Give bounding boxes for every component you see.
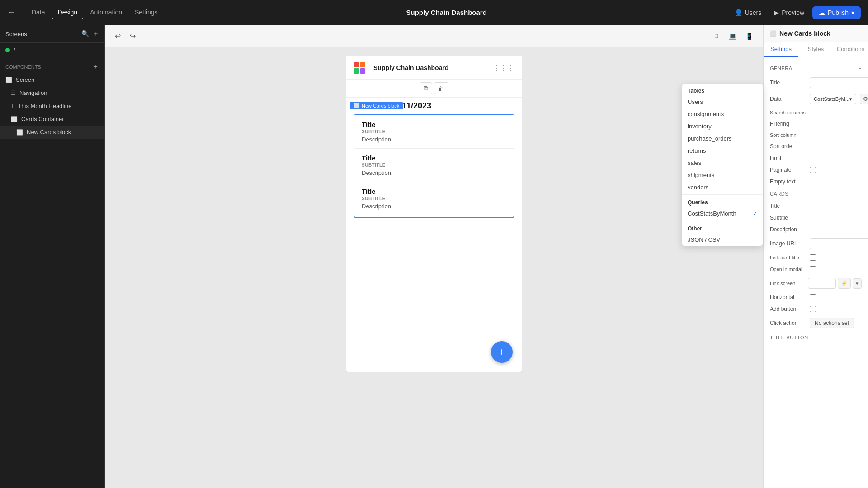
dropdown-item-users-label: Users	[688, 99, 703, 105]
users-button[interactable]: 👤 Users	[730, 6, 766, 19]
data-row: Data CostStatsByM... ▾ ⚙	[764, 91, 868, 107]
nav-tab-data[interactable]: Data	[26, 6, 51, 19]
link-card-title-checkbox[interactable]	[810, 254, 816, 261]
nav-tab-automation[interactable]: Automation	[85, 6, 127, 19]
dropdown-item-inventory[interactable]: inventory	[682, 120, 763, 132]
horizontal-checkbox[interactable]	[810, 294, 816, 300]
add-screen-icon[interactable]: ＋	[93, 30, 99, 38]
phone-header-title: Supply Chain Dashboard	[373, 64, 448, 71]
cards-description-label: Description	[770, 226, 806, 233]
preview-button[interactable]: ▶ Preview	[769, 6, 809, 19]
sidebar-root-item[interactable]: /	[0, 43, 104, 57]
paginate-checkbox[interactable]	[810, 167, 816, 173]
horizontal-label: Horizontal	[770, 294, 806, 300]
data-gear-button[interactable]: ⚙	[860, 94, 868, 104]
top-nav: ← Data Design Automation Settings Supply…	[0, 0, 868, 25]
right-panel-header: ⬜ New Cards block	[764, 25, 868, 42]
viewport-tablet-button[interactable]: 💻	[726, 31, 739, 42]
data-dropdown-menu[interactable]: Tables Users consignments inventory purc…	[682, 84, 763, 246]
users-icon: 👤	[735, 9, 742, 16]
dropdown-item-returns-label: returns	[688, 147, 706, 154]
cards-label: CARDS	[770, 191, 788, 197]
add-button-checkbox[interactable]	[810, 306, 816, 312]
data-select[interactable]: CostStatsByM... ▾	[810, 94, 856, 104]
general-collapse-icon[interactable]: −	[859, 66, 862, 71]
viewport-desktop-button[interactable]: 🖥	[711, 31, 722, 42]
tab-settings[interactable]: Settings	[764, 42, 798, 57]
component-label-text: New Cards block	[362, 103, 399, 108]
link-card-title-label: Link card title	[770, 255, 806, 260]
data-select-value: CostStatsByM...	[814, 96, 849, 102]
cards-description-row: Description	[764, 224, 868, 235]
app-title: Supply Chain Dashboard	[163, 9, 730, 16]
dropdown-item-shipments[interactable]: shipments	[682, 169, 763, 181]
title-button-collapse-icon[interactable]: −	[859, 335, 862, 340]
publish-chevron-icon: ▾	[851, 9, 854, 16]
redo-button[interactable]: ↪	[127, 30, 138, 42]
back-button[interactable]: ←	[7, 8, 15, 17]
search-icon[interactable]: 🔍	[81, 30, 89, 38]
right-panel: ⬜ New Cards block Settings Styles Condit…	[763, 25, 868, 488]
sidebar-item-new-cards-block[interactable]: ⬜ New Cards block	[0, 126, 104, 139]
dropdown-item-cost-stats[interactable]: CostStatsByMonth ✓	[682, 207, 763, 220]
image-url-input[interactable]	[810, 238, 868, 249]
dropdown-item-returns[interactable]: returns	[682, 145, 763, 157]
add-component-icon[interactable]: ＋	[92, 62, 99, 71]
cards-block-wrapper: ⬜ New Cards block Title SUBTITLE Descrip…	[350, 114, 518, 218]
copy-button[interactable]: ⧉	[420, 82, 432, 94]
preview-icon: ▶	[774, 9, 779, 16]
dropdown-item-json-csv[interactable]: JSON / CSV	[682, 234, 763, 246]
headline-icon: T	[11, 103, 14, 109]
dropdown-item-purchase-orders[interactable]: purchase_orders	[682, 132, 763, 145]
canvas-toolbar: ↩ ↪ 🖥 💻 📱	[105, 25, 763, 47]
sidebar-item-screen[interactable]: ⬜ Screen	[0, 73, 104, 86]
sidebar-item-headline[interactable]: T This Month Headline	[0, 99, 104, 113]
phone-header: Supply Chain Dashboard ⋮⋮⋮	[346, 56, 522, 80]
publish-button[interactable]: ☁ Publish ▾	[812, 6, 861, 19]
sort-order-row: Sort order	[764, 141, 868, 152]
dropdown-item-consignments[interactable]: consignments	[682, 108, 763, 120]
fab-button[interactable]: +	[491, 341, 513, 363]
logo-sq3	[354, 68, 359, 74]
delete-button[interactable]: 🗑	[434, 82, 448, 94]
link-screen-arrow-button[interactable]: ▾	[853, 278, 862, 289]
nav-tab-design[interactable]: Design	[52, 6, 83, 19]
tab-styles[interactable]: Styles	[798, 42, 833, 57]
cards-selection-border[interactable]: Title SUBTITLE Description Title SUBTITL…	[354, 114, 514, 218]
empty-text-row: Empty text	[764, 176, 868, 188]
phone-content: ⧉ 🗑 This Month: 11/2023 ⬜ New Cards bloc…	[346, 80, 522, 229]
root-item-label: /	[14, 47, 15, 53]
general-label: GENERAL	[770, 66, 795, 71]
phone-frame: Supply Chain Dashboard ⋮⋮⋮ ⧉ 🗑 This Mont…	[346, 56, 522, 372]
panel-block-icon: ⬜	[770, 30, 777, 37]
dropdown-item-sales[interactable]: sales	[682, 157, 763, 169]
paginate-row: Paginate	[764, 164, 868, 176]
dropdown-item-users[interactable]: Users	[682, 96, 763, 108]
image-url-label: Image URL	[770, 240, 806, 247]
dropdown-item-shipments-label: shipments	[688, 172, 714, 178]
undo-button[interactable]: ↩	[112, 30, 123, 42]
card-title-2: Title	[362, 154, 506, 162]
dropdown-item-inventory-label: inventory	[688, 123, 712, 130]
sidebar-item-cards-container[interactable]: ⬜ Cards Container	[0, 113, 104, 126]
open-in-modal-checkbox[interactable]	[810, 266, 816, 272]
card-subtitle-2: SUBTITLE	[362, 163, 506, 168]
link-screen-input[interactable]	[808, 278, 836, 289]
dots-icon[interactable]: ⋮⋮⋮	[493, 64, 514, 72]
title-field-label: Title	[770, 80, 806, 86]
tab-conditions[interactable]: Conditions	[833, 42, 868, 57]
cards-subtitle-label: Subtitle	[770, 215, 806, 221]
card-title-1: Title	[362, 121, 506, 128]
click-action-button[interactable]: No actions set	[810, 318, 854, 328]
open-in-modal-label: Open in modal	[770, 267, 806, 272]
nav-tab-settings[interactable]: Settings	[129, 6, 163, 19]
viewport-mobile-button[interactable]: 📱	[743, 31, 756, 42]
new-cards-block-icon: ⬜	[16, 129, 23, 136]
dropdown-item-vendors[interactable]: vendors	[682, 181, 763, 193]
link-screen-lightning-button[interactable]: ⚡	[838, 278, 851, 289]
title-input[interactable]	[810, 77, 868, 88]
dropdown-item-cost-stats-label: CostStatsByMonth	[688, 210, 736, 217]
canvas-toolbar-right: 🖥 💻 📱	[711, 31, 756, 42]
logo-sq2	[360, 62, 365, 67]
sidebar-item-navigation[interactable]: ☰ Navigation	[0, 86, 104, 99]
